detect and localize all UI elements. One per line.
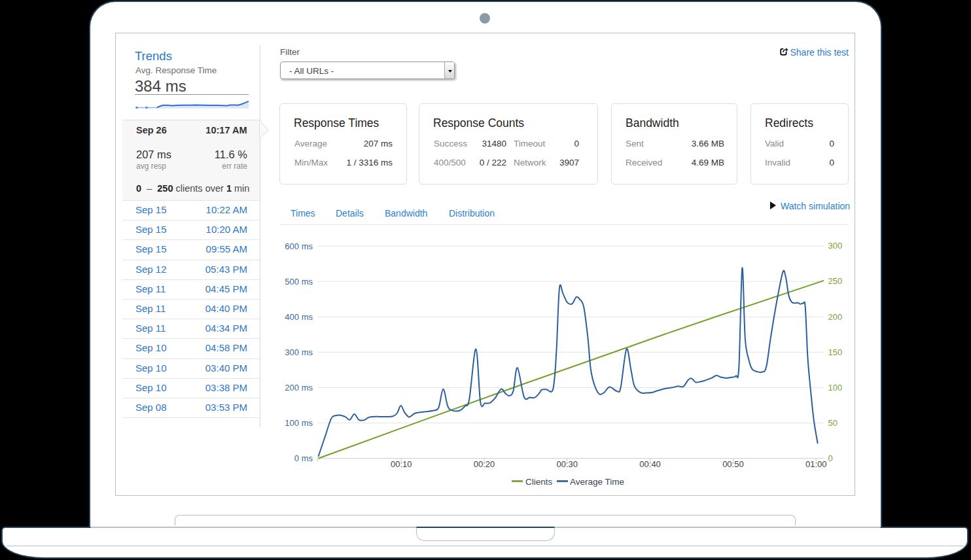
svg-text:00:40: 00:40 (639, 459, 661, 469)
svg-text:01:00: 01:00 (805, 459, 827, 469)
svg-text:00:10: 00:10 (391, 459, 412, 469)
svg-text:150: 150 (828, 347, 843, 357)
svg-text:300 ms: 300 ms (285, 347, 313, 357)
svg-text:00:30: 00:30 (557, 459, 578, 469)
svg-text:600 ms: 600 ms (285, 241, 313, 251)
svg-text:200: 200 (828, 312, 843, 322)
svg-text:100: 100 (828, 383, 843, 393)
svg-text:300: 300 (828, 241, 843, 251)
svg-text:400 ms: 400 ms (285, 312, 313, 322)
svg-text:00:20: 00:20 (474, 459, 495, 469)
svg-text:50: 50 (828, 418, 838, 428)
svg-text:0: 0 (828, 453, 833, 463)
svg-text:0 ms: 0 ms (294, 453, 313, 463)
svg-text:250: 250 (828, 276, 843, 286)
svg-text:200 ms: 200 ms (285, 383, 313, 393)
svg-text:00:50: 00:50 (722, 459, 744, 469)
svg-text:100 ms: 100 ms (285, 418, 313, 428)
svg-text:500 ms: 500 ms (285, 277, 313, 287)
